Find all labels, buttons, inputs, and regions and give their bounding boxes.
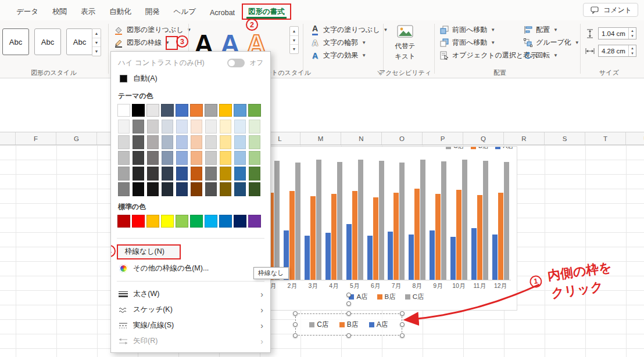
bring-forward-button[interactable]: 前面へ移動▼ <box>437 24 497 36</box>
color-swatch[interactable] <box>234 150 246 165</box>
column-header[interactable]: Q <box>463 132 504 145</box>
color-swatch[interactable] <box>117 166 130 181</box>
color-swatch[interactable] <box>132 166 145 181</box>
color-swatch[interactable] <box>248 150 261 165</box>
color-swatch[interactable] <box>146 215 159 228</box>
menu-item-dashes[interactable]: 実線/点線(S)› <box>111 318 270 333</box>
color-swatch[interactable] <box>117 119 130 134</box>
column-header[interactable]: R <box>504 132 545 145</box>
color-swatch[interactable] <box>176 166 188 181</box>
menu-item-sketch[interactable]: スケッチ(K)› <box>111 302 270 318</box>
color-swatch[interactable] <box>248 182 261 197</box>
resize-handle[interactable] <box>293 322 298 327</box>
wordart-gallery-scroll[interactable]: ▲▼▼ <box>289 26 299 54</box>
color-swatch[interactable] <box>190 215 203 228</box>
group-button[interactable]: グループ化▼ <box>521 37 581 49</box>
color-swatch[interactable] <box>132 182 145 197</box>
color-swatch[interactable] <box>146 166 159 181</box>
tab-校閲[interactable]: 校閲 <box>45 3 74 20</box>
color-swatch[interactable] <box>219 215 232 228</box>
color-swatch[interactable] <box>205 150 217 165</box>
menu-item-weight[interactable]: 太さ(W)› <box>111 286 270 302</box>
color-swatch[interactable] <box>219 119 232 134</box>
color-swatch[interactable] <box>161 215 174 228</box>
resize-handle[interactable] <box>400 333 405 338</box>
color-swatch[interactable] <box>146 150 159 165</box>
color-swatch[interactable] <box>176 104 188 117</box>
color-swatch[interactable] <box>161 119 174 134</box>
column-header[interactable]: N <box>341 132 382 145</box>
align-button[interactable]: 配置▼ <box>521 24 560 36</box>
column-header[interactable]: F <box>16 132 56 145</box>
color-swatch[interactable] <box>248 104 261 117</box>
color-swatch[interactable] <box>219 182 232 197</box>
text-effects-button[interactable]: A 文字の効果▼ <box>308 49 368 62</box>
shape-height-field[interactable]: 1.04 cm ▲▼ <box>598 27 636 39</box>
color-swatch[interactable] <box>132 135 145 150</box>
color-swatch[interactable] <box>161 166 174 181</box>
column-header[interactable] <box>0 132 16 145</box>
color-swatch[interactable] <box>146 135 159 150</box>
color-swatch[interactable] <box>248 166 261 181</box>
color-swatch[interactable] <box>234 166 246 181</box>
color-swatch[interactable] <box>176 150 188 165</box>
column-header[interactable]: U <box>626 132 644 145</box>
shape-style-preset[interactable]: Abc <box>34 28 61 55</box>
shape-style-preset[interactable]: Abc <box>66 28 93 55</box>
text-outline-button[interactable]: A 文字の輪郭▼ <box>308 37 368 49</box>
column-header[interactable]: T <box>585 132 626 145</box>
column-header[interactable]: O <box>382 132 423 145</box>
color-swatch[interactable] <box>219 104 232 117</box>
menu-item-no-outline[interactable]: 4 枠線なし(N) <box>111 243 270 261</box>
color-swatch[interactable] <box>117 104 130 117</box>
color-swatch[interactable] <box>117 182 130 197</box>
color-swatch[interactable] <box>205 166 217 181</box>
tab-Acrobat[interactable]: Acrobat <box>203 5 242 20</box>
color-swatch[interactable] <box>132 119 145 134</box>
column-header[interactable]: P <box>423 132 463 145</box>
text-fill-button[interactable]: A 文字の塗りつぶし▼ <box>308 24 389 36</box>
color-swatch[interactable] <box>234 104 246 117</box>
color-swatch[interactable] <box>117 150 130 165</box>
tab-開発[interactable]: 開発 <box>138 3 167 20</box>
chevron-down-icon[interactable]: ▼ <box>165 40 170 45</box>
rotate-button[interactable]: 回転▼ <box>521 49 560 62</box>
resize-handle[interactable] <box>293 333 298 338</box>
color-swatch[interactable] <box>234 182 246 197</box>
color-swatch[interactable] <box>190 119 203 134</box>
color-swatch[interactable] <box>205 119 217 134</box>
column-chart[interactable]: C店B店A店 1月2月3月4月5月6月7月8月9月10月11月12月 A店B店C… <box>256 146 517 311</box>
color-swatch[interactable] <box>161 104 174 117</box>
color-swatch[interactable] <box>205 182 217 197</box>
alt-text-button[interactable]: 代替テ キスト <box>386 23 424 63</box>
resize-handle[interactable] <box>293 311 298 316</box>
color-swatch[interactable] <box>205 135 217 150</box>
tab-図形の書式[interactable]: 図形の書式 <box>242 3 291 20</box>
shape-outline-button[interactable]: 図形の枠線▼ <box>112 37 171 49</box>
color-swatch[interactable] <box>176 182 188 197</box>
color-swatch[interactable] <box>176 215 188 228</box>
color-swatch[interactable] <box>234 135 246 150</box>
color-swatch[interactable] <box>161 150 174 165</box>
comments-button[interactable]: コメント <box>583 3 638 17</box>
menu-item-high-contrast[interactable]: ハイ コントラストのみ(H) オフ <box>111 55 270 71</box>
tab-データ[interactable]: データ <box>9 3 45 20</box>
color-swatch[interactable] <box>205 104 217 117</box>
shape-style-gallery-scroll[interactable]: ▲▼▼ <box>92 28 101 56</box>
color-swatch[interactable] <box>219 135 232 150</box>
color-swatch[interactable] <box>117 135 130 150</box>
legend-box[interactable]: C店B店A店 <box>295 313 402 336</box>
resize-handle[interactable] <box>346 333 351 338</box>
width-spinner[interactable]: ▲▼ <box>628 45 636 56</box>
color-swatch[interactable] <box>146 182 159 197</box>
color-swatch[interactable] <box>132 215 145 228</box>
tab-自動化[interactable]: 自動化 <box>102 3 138 20</box>
color-swatch[interactable] <box>161 135 174 150</box>
send-backward-button[interactable]: 背面へ移動▼ <box>437 37 497 49</box>
legend-box-content[interactable]: C店B店A店 <box>295 313 402 336</box>
column-header[interactable]: S <box>545 132 585 145</box>
color-swatch[interactable] <box>146 104 159 117</box>
color-swatch[interactable] <box>146 119 159 134</box>
color-swatch[interactable] <box>190 104 203 117</box>
menu-item-more-outline-colors[interactable]: その他の枠線の色(M)... <box>111 261 270 276</box>
